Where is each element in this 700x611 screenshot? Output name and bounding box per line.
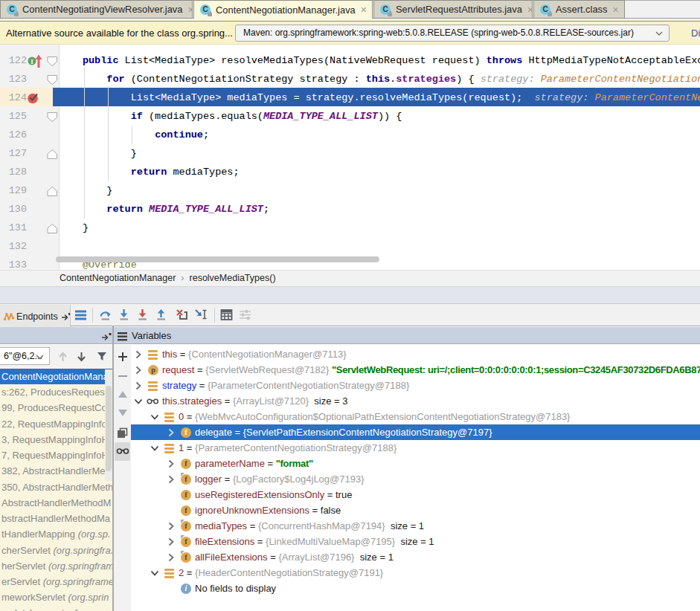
- svg-text:I: I: [30, 58, 33, 65]
